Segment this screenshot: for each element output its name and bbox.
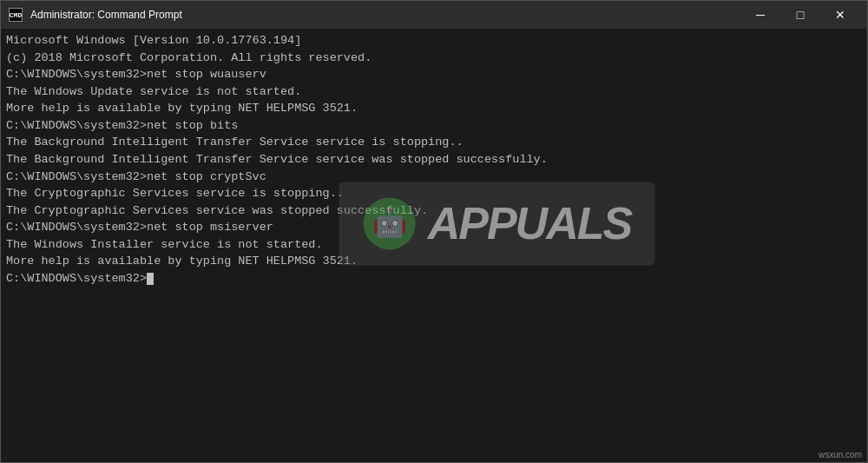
console-line: The Background Intelligent Transfer Serv…	[6, 151, 862, 169]
window-controls: ─ □ ✕	[740, 1, 860, 29]
console-line: C:\WINDOWS\system32>net stop cryptSvc	[6, 169, 862, 186]
console-line: More help is available by typing NET HEL…	[6, 100, 862, 117]
bottom-bar: wsxun.com	[1, 446, 867, 462]
console-line: (c) 2018 Microsoft Corporation. All righ…	[6, 50, 862, 67]
console-line: The Background Intelligent Transfer Serv…	[6, 134, 862, 151]
title-bar: CMD Administrator: Command Prompt ─ □ ✕	[1, 1, 867, 29]
close-button[interactable]: ✕	[820, 1, 860, 29]
maximize-button[interactable]: □	[780, 1, 820, 29]
console-line: C:\WINDOWS\system32>net stop bits	[6, 117, 862, 135]
cursor-blink	[147, 273, 154, 285]
console-line: More help is available by typing NET HEL…	[6, 253, 862, 270]
cmd-icon-box: CMD	[9, 8, 23, 22]
minimize-button[interactable]: ─	[740, 1, 780, 29]
console-line: The Windows Update service is not starte…	[6, 83, 862, 101]
console-output[interactable]: Microsoft Windows [Version 10.0.17763.19…	[1, 29, 867, 446]
console-line: C:\WINDOWS\system32>	[6, 270, 862, 288]
app-icon: CMD	[8, 7, 23, 23]
console-line: Microsoft Windows [Version 10.0.17763.19…	[6, 32, 862, 50]
console-line: C:\WINDOWS\system32>net stop msiserver	[6, 219, 862, 236]
site-watermark-bottom: wsxun.com	[819, 450, 862, 460]
console-line: The Cryptographic Services service is st…	[6, 185, 862, 202]
window-title: Administrator: Command Prompt	[30, 9, 740, 21]
console-line: C:\WINDOWS\system32>net stop wuauserv	[6, 66, 862, 83]
console-line: The Windows Installer service is not sta…	[6, 236, 862, 254]
window: CMD Administrator: Command Prompt ─ □ ✕ …	[0, 0, 868, 463]
console-line: The Cryptographic Services service was s…	[6, 202, 862, 220]
cmd-icon-label: CMD	[10, 11, 22, 19]
